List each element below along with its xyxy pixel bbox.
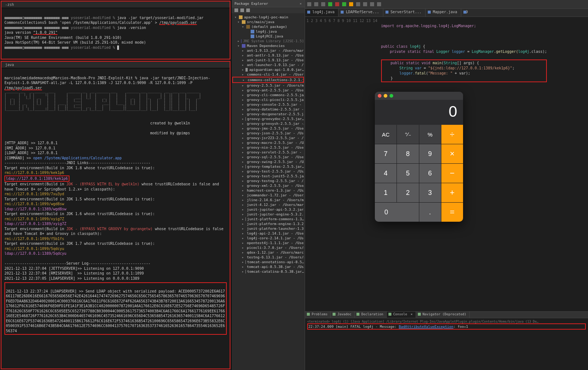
tree-item[interactable]: ▸jcommander-1.72.jar - /User… [232,193,304,197]
tree-item[interactable]: ▸log4j-api-2.14.1.jar - /Users… [232,231,304,236]
tree-item[interactable]: ▸groovy-jmx-2.5.5.jar - /User… [232,126,304,131]
tree-item[interactable]: ▸junit-4.12.jar - /Users/marci… [232,202,304,207]
close-icon[interactable]: × [409,312,413,316]
calc-4-button[interactable]: 4 [375,164,397,183]
tree-item[interactable]: ▸apiguardian-api-1.0.0.jar… [232,67,304,72]
tree-item[interactable]: ▸junit-jupiter-engine-5.3.2.j… [232,212,304,217]
calc-ac-button[interactable]: AC [375,125,397,144]
tree-item[interactable]: ▸ant-antlr-1.9.13.jar - /Users… [232,53,304,58]
tree-item[interactable]: ▸log4j-core-2.14.1.jar - /Use… [232,236,304,240]
console-tabs[interactable]: ProblemsJavadocDeclarationConsole ×Navig… [305,312,588,318]
tree-item[interactable]: ▸junit-platform-engine-1.3.2.j… [232,221,304,226]
tree-item[interactable]: ▸ant-launcher-1.9.13.jar - /U… [232,62,304,67]
tree-item[interactable]: ▸opentest4j-1.1.1.jar - /User… [232,240,304,245]
calc-3-button[interactable]: 3 [419,183,441,202]
calc-multiply-button[interactable]: × [441,144,463,163]
calc-1-button[interactable]: 1 [375,183,397,202]
tree-item[interactable]: log4j.java [232,29,304,34]
tree-item[interactable]: ▸tomcat-catalina-8.5.38.jar… [232,269,304,274]
tree-item[interactable]: ▸groovy-cli-picocli-2.5.5.jar… [232,97,304,102]
next-annotation-icon[interactable] [377,2,381,6]
console-tab[interactable]: Javadoc [331,312,355,318]
tree-item[interactable]: ▸groovy-servlet-2.5.5.jar - /… [232,150,304,155]
console-tab[interactable]: Problems [305,312,331,318]
calc-0-button[interactable]: 0 [375,203,419,222]
tree-item[interactable]: ▸qdox-1.12.jar - /Users/marci… [232,250,304,255]
tree-item[interactable]: ▸testng-6.13.1.jar - /Users/m… [232,255,304,260]
calc-add-button[interactable]: + [441,183,463,202]
ide-toolbar[interactable] [305,0,588,9]
tree-item[interactable]: ▾apache-log4j-poc-main [232,15,304,19]
tree-item[interactable]: ▾src/main/java [232,19,304,24]
tree-item[interactable]: ▸commons-cli-1.4.jar - /Users… [232,72,304,77]
editor-tab[interactable]: Mapper.java [426,9,461,17]
tree-item[interactable]: ▸junit-jupiter-api-5.3.2.jar… [232,207,304,212]
tree-item[interactable]: ▸groovy-cli-commons-2.5.5.ja… [232,92,304,97]
tree-item[interactable]: ▸junit-platform-commons-1.3… [232,217,304,221]
new-icon[interactable] [307,2,311,6]
run-icon[interactable] [328,2,332,6]
window-zoom-icon[interactable] [390,94,393,98]
tree-item[interactable]: ▸ant-1.9.13.jar - /Users/marci… [232,48,304,53]
package-explorer[interactable]: Package Explorer × ▾apache-log4j-poc-mai… [232,0,305,370]
editor-tab[interactable]: LDAPRefServe... [338,9,383,17]
tree-item[interactable]: Log4jRCE.java [232,34,304,39]
tree-item[interactable]: ▸groovy-groovysh-2.5.5.jar -… [232,121,304,126]
calc-5-button[interactable]: 5 [397,164,419,183]
tree-item[interactable]: ▸groovy-ant-2.5.5.jar - /Users… [232,88,304,92]
search-icon[interactable] [363,2,367,6]
calc-subtract-button[interactable]: − [441,164,463,183]
terminal-zsh[interactable]: -zsh ■■■■■■■■@■■■■■■■■-■■■■■■■-■■■ ysose… [1,1,230,59]
link-editor-icon[interactable] [240,8,244,12]
close-icon[interactable]: × [300,1,302,6]
save-icon[interactable] [314,2,318,6]
tree-item[interactable]: ▸picocli-3.7.0.jar - /Users/m… [232,245,304,250]
tree-item[interactable]: ▸tomcat-annotations-api-8.5… [232,260,304,264]
tree-item[interactable]: ▸commons-collections-3.2.1.j… [232,77,304,83]
tree-item[interactable]: ▸groovy-swing-2.5.5.jar - /U… [232,159,304,164]
tree-item[interactable]: ▸groovy-jsr223-2.5.5.jar - /U… [232,135,304,140]
calc-equals-button[interactable]: = [441,203,463,222]
calc-8-button[interactable]: 8 [397,144,419,163]
calc-plusminus-button[interactable]: ⁺⁄₋ [397,125,419,144]
open-type-icon[interactable] [356,2,360,6]
tree-item[interactable]: ▸tomcat-api-8.5.38.jar - /Us… [232,264,304,269]
tree-item[interactable]: ▸groovy-templates-2.5.5.jar… [232,164,304,169]
tree-item[interactable]: ▸groovy-nio-2.5.5.jar - /User… [232,145,304,150]
tree-item[interactable]: ▸groovy-test-2.5.5.jar - /Us… [232,169,304,174]
terminal-java[interactable]: java marcioalmeidademacedo@Marcios-MacBo… [1,61,230,369]
tree-item[interactable]: ▸groovy-macro-2.5.5.jar - /U… [232,140,304,145]
window-close-icon[interactable] [378,94,381,98]
console-tab[interactable]: Console × [387,312,416,318]
tree-item[interactable]: ▸groovy-xml-2.5.5.jar - /Use… [232,183,304,188]
editor-tab[interactable]: log4j.java [305,9,338,17]
calc-7-button[interactable]: 7 [375,144,397,163]
save-all-icon[interactable] [321,2,325,6]
tree-item[interactable]: ▸jline-2.14.6.jar - /Users/ma… [232,197,304,202]
tree-item[interactable]: ▸hamcrest-core-1.3.jar - /Us… [232,188,304,193]
editor-tab[interactable]: ServerStart... [383,9,426,17]
tree-item[interactable]: ▸junit-platform-launcher-1.3.2… [232,226,304,231]
calc-divide-button[interactable]: ÷ [441,125,463,144]
tree-item[interactable]: ▸groovy-datetime-2.5.5.jar - … [232,107,304,112]
view-menu-icon[interactable] [246,8,250,12]
console-tab[interactable]: Navigator (Deprecated) [416,312,470,318]
editor-tabs[interactable]: log4j.javaLDAPRefServe...ServerStart...M… [305,9,588,17]
stop-icon[interactable] [335,2,339,6]
debug-icon[interactable] [342,2,346,6]
calc-dot-button[interactable]: . [419,203,441,222]
collapse-all-icon[interactable] [234,8,238,12]
tree-item[interactable]: ▸groovy-groovydoc-2.5.5.jar… [232,116,304,121]
tree-item[interactable]: ▸groovy-test-junit5-2.5.5.ja… [232,174,304,178]
tree-item[interactable]: ▸JRE System Library [J2SE-1.5] [232,39,304,43]
tree-item[interactable]: ▸groovy-docgenerator-2.5.5.j… [232,112,304,116]
tree-item[interactable]: ▾(default package) [232,24,304,29]
tree-item[interactable]: ▸groovy-testng-2.5.5.jar - /… [232,178,304,183]
window-minimize-icon[interactable] [384,94,387,98]
calculator-app[interactable]: 0 AC ⁺⁄₋ % ÷ 7 8 9 × 4 5 6 − 1 2 3 + 0 .… [375,92,463,222]
tree-item[interactable]: ▸groovy-2.5.5.jar - /Users/mar… [232,83,304,88]
tree-item[interactable]: ▸groovy-console-2.5.5.jar - /… [232,102,304,107]
external-tools-icon[interactable] [349,2,353,6]
tree-item[interactable]: ▾Maven Dependencies [232,43,304,48]
tree-item[interactable]: ▸groovy-sql-2.5.5.jar - /User… [232,155,304,159]
